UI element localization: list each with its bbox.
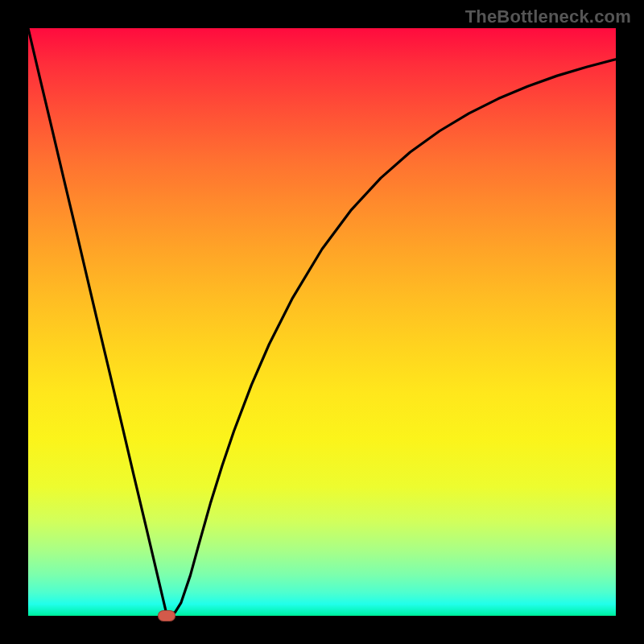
min-marker	[158, 610, 175, 621]
chart-frame: TheBottleneck.com	[0, 0, 644, 644]
bottleneck-curve	[28, 28, 616, 615]
curve-layer	[28, 28, 616, 616]
source-label: TheBottleneck.com	[465, 6, 631, 27]
